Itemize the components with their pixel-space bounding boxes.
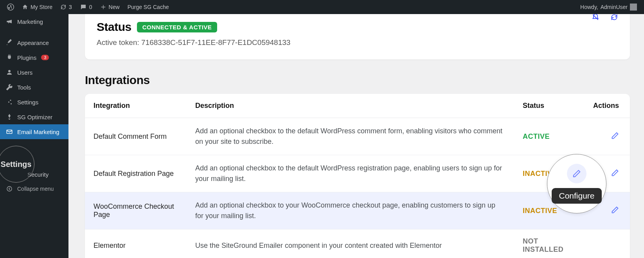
integration-name: Default Comment Form	[85, 118, 187, 155]
integration-status: ACTIVE	[514, 118, 585, 155]
howdy-label: Howdy,	[580, 4, 598, 10]
plug-icon	[5, 54, 13, 61]
comments-count: 0	[89, 4, 92, 10]
integration-description: Add an optional checkbox to your WooComm…	[187, 192, 514, 229]
integrations-title: Integrations	[85, 73, 630, 87]
megaphone-icon	[5, 18, 13, 25]
comments-link[interactable]: 0	[76, 0, 96, 14]
svg-point-3	[8, 102, 9, 103]
col-actions: Actions	[585, 94, 630, 118]
purge-label: Purge SG Cache	[128, 4, 169, 10]
edit-button[interactable]	[611, 169, 619, 177]
menu-sg-optimizer[interactable]: SG Optimizer	[0, 109, 68, 124]
pencil-icon	[611, 206, 619, 214]
svg-point-0	[7, 4, 14, 11]
collapse-menu[interactable]: Collapse menu	[0, 182, 68, 196]
pencil-icon	[611, 169, 619, 177]
new-link[interactable]: New	[96, 0, 124, 14]
purge-cache-link[interactable]: Purge SG Cache	[124, 0, 173, 14]
status-badge: CONNECTED & ACTIVE	[137, 22, 218, 32]
sliders-icon	[5, 99, 13, 106]
menu-settings[interactable]: Settings	[0, 95, 68, 109]
avatar	[630, 4, 637, 11]
menu-appearance[interactable]: Appearance	[0, 35, 68, 50]
home-icon	[22, 4, 28, 10]
svg-point-1	[8, 70, 11, 72]
integration-status: INACTIVE	[514, 155, 585, 192]
table-row: Default Comment FormAdd an optional chec…	[85, 118, 630, 155]
table-row: Default Registration PageAdd an optional…	[85, 155, 630, 192]
brush-icon	[5, 39, 13, 46]
menu-email-marketing[interactable]: Email Marketing	[0, 124, 68, 139]
status-title: Status	[97, 20, 131, 34]
integration-status: NOT INSTALLED	[514, 229, 585, 258]
admin-sidebar: Marketing Appearance Plugins 3 Users Too…	[0, 14, 68, 258]
wp-logo[interactable]	[3, 0, 18, 14]
edit-button[interactable]	[611, 132, 619, 140]
table-row: WooCommerce Checkout PageAdd an optional…	[85, 192, 630, 229]
integration-description: Use the SiteGround Emailer component in …	[187, 229, 514, 258]
col-description: Description	[187, 94, 514, 118]
integration-status: INACTIVE	[514, 192, 585, 229]
menu-plugins[interactable]: Plugins 3	[0, 50, 68, 65]
collapse-icon	[5, 186, 13, 192]
new-label: New	[109, 4, 120, 10]
col-status: Status	[514, 94, 585, 118]
menu-tools[interactable]: Tools	[0, 80, 68, 95]
updates-count: 3	[69, 4, 72, 10]
token-line: Active token: 7168338C-51F7-11EE-8F77-E1…	[97, 38, 618, 47]
howdy-link[interactable]: Howdy, AdminUser	[576, 0, 641, 14]
plugins-badge: 3	[41, 55, 49, 60]
site-name-link[interactable]: My Store	[18, 0, 56, 14]
menu-users[interactable]: Users	[0, 65, 68, 80]
status-card: Status CONNECTED & ACTIVE Active token: …	[85, 14, 630, 59]
token-value: 7168338C-51F7-11EE-8F77-E1DC05948133	[141, 38, 290, 47]
wrench-icon	[5, 84, 13, 91]
menu-security[interactable]: Security	[0, 167, 68, 182]
integration-action	[585, 192, 630, 229]
bell-off-icon[interactable]	[592, 14, 599, 21]
svg-point-4	[11, 103, 12, 104]
user-name: AdminUser	[601, 4, 628, 10]
plus-icon	[100, 4, 106, 10]
comment-icon	[80, 4, 87, 11]
svg-point-2	[10, 100, 11, 101]
edit-button[interactable]	[611, 206, 619, 214]
integration-action	[585, 118, 630, 155]
col-integration: Integration	[85, 94, 187, 118]
integration-description: Add an optional checkbox to the default …	[187, 155, 514, 192]
rocket-icon	[5, 113, 13, 120]
integration-action	[585, 229, 630, 258]
pencil-icon	[611, 132, 619, 140]
integration-action	[585, 155, 630, 192]
integrations-table: Integration Description Status Actions D…	[85, 94, 630, 258]
integration-name: Default Registration Page	[85, 155, 187, 192]
user-icon	[5, 69, 13, 76]
svg-point-6	[7, 186, 12, 191]
updates-link[interactable]: 3	[56, 0, 76, 14]
refresh-icon	[60, 4, 67, 10]
wordpress-icon	[7, 4, 14, 11]
integration-description: Add an optional checkbox to the default …	[187, 118, 514, 155]
sync-icon[interactable]	[610, 14, 618, 21]
main-content: Status CONNECTED & ACTIVE Active token: …	[68, 14, 644, 258]
site-name: My Store	[31, 4, 52, 10]
menu-marketing[interactable]: Marketing	[0, 14, 68, 29]
integration-name: WooCommerce Checkout Page	[85, 192, 187, 229]
table-row: ElementorUse the SiteGround Emailer comp…	[85, 229, 630, 258]
admin-bar: My Store 3 0 New Purge SG Cache Howdy,	[0, 0, 644, 14]
mail-icon	[5, 128, 13, 135]
integration-name: Elementor	[85, 229, 187, 258]
